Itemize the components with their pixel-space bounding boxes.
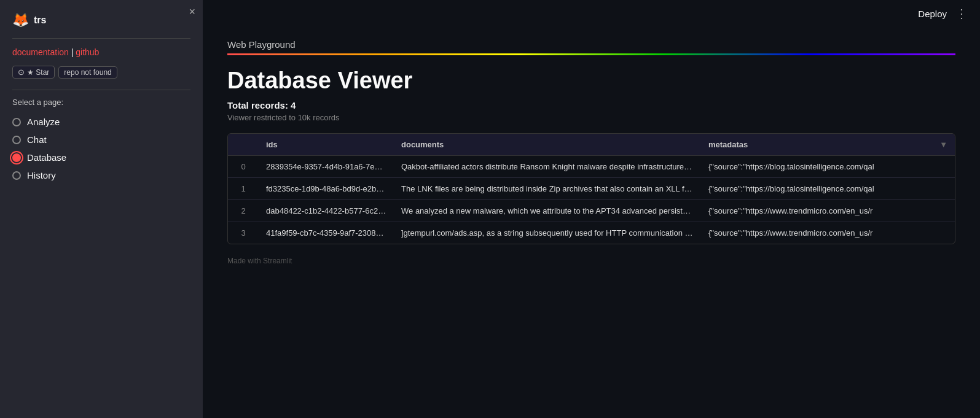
footer: Made with Streamlit (227, 244, 955, 265)
nav-item-analyze[interactable]: Analyze (0, 113, 203, 131)
cell-metadatas: {"source":"https://www.trendmicro.com/en… (701, 200, 955, 222)
cell-metadatas: {"source":"https://www.trendmicro.com/en… (701, 222, 955, 244)
radio-analyze (12, 118, 21, 126)
cell-documents: The LNK files are being distributed insi… (394, 178, 701, 200)
sort-icon: ▼ (939, 140, 947, 149)
sidebar-divider-bottom (12, 90, 190, 90)
cell-metadatas: {"source":"https://blog.talosintelligenc… (701, 178, 955, 200)
sidebar-badge-row: ⊙ ★ Star repo not found (0, 63, 203, 85)
nav-label-history: History (27, 170, 56, 180)
cell-documents: Qakbot-affiliated actors distribute Rans… (394, 156, 701, 178)
radio-database (12, 153, 21, 162)
table-header-row: ids documents metadatas ▼ (228, 134, 955, 156)
streamlit-link[interactable]: Streamlit (263, 257, 292, 265)
cell-index: 0 (228, 156, 259, 178)
page-body: Web Playground Database Viewer Total rec… (203, 27, 980, 418)
rainbow-bar (227, 53, 955, 55)
main-content-area: Deploy ⋮ Web Playground Database Viewer … (203, 0, 980, 418)
col-documents-header: documents (394, 134, 701, 156)
repo-not-found-badge: repo not found (58, 66, 117, 79)
cell-documents: ]gtempurl.com/ads.asp, as a string subse… (394, 222, 701, 244)
nav-label-database: Database (27, 152, 66, 163)
documentation-link[interactable]: documentation (12, 47, 69, 57)
cell-index: 1 (228, 178, 259, 200)
page-title: Web Playground (227, 39, 955, 50)
fox-icon: 🦊 (12, 12, 29, 28)
col-ids-header: ids (259, 134, 394, 156)
db-viewer-heading: Database Viewer (227, 68, 955, 94)
more-options-button[interactable]: ⋮ (955, 6, 968, 21)
table-body: 0 2839354e-9357-4d4b-91a6-7e2a42205ee9 Q… (228, 156, 955, 244)
cell-index: 3 (228, 222, 259, 244)
cell-ids: dab48422-c1b2-4422-b577-6c28d4a991e3 (259, 200, 394, 222)
deploy-button[interactable]: Deploy (918, 9, 947, 19)
nav-label-chat: Chat (27, 134, 47, 145)
cell-ids: 41fa9f59-cb7c-4359-9af7-230885bc653f (259, 222, 394, 244)
col-index-header (228, 134, 259, 156)
table-row[interactable]: 1 fd3235ce-1d9b-48a6-bd9d-e2bb323e3d74 T… (228, 178, 955, 200)
table-row[interactable]: 2 dab48422-c1b2-4422-b577-6c28d4a991e3 W… (228, 200, 955, 222)
sidebar-close-button[interactable]: × (189, 6, 195, 17)
cell-index: 2 (228, 200, 259, 222)
sidebar-section-label: Select a page: (0, 98, 203, 113)
top-bar: Deploy ⋮ (203, 0, 980, 27)
cell-ids: fd3235ce-1d9b-48a6-bd9d-e2bb323e3d74 (259, 178, 394, 200)
github-link[interactable]: github (76, 47, 99, 57)
cell-metadatas: {"source":"https://blog.talosintelligenc… (701, 156, 955, 178)
star-badge[interactable]: ⊙ ★ Star (12, 66, 55, 79)
cell-ids: 2839354e-9357-4d4b-91a6-7e2a42205ee9 (259, 156, 394, 178)
sidebar-logo-area: 🦊 trs (0, 0, 203, 33)
page-title-area: Web Playground (227, 39, 955, 55)
radio-chat (12, 136, 21, 144)
sidebar: × 🦊 trs documentation | github ⊙ ★ Star … (0, 0, 203, 418)
cell-documents: We analyzed a new malware, which we attr… (394, 200, 701, 222)
nav-item-database[interactable]: Database (0, 149, 203, 166)
database-table: ids documents metadatas ▼ 0 2839354e-935… (228, 134, 955, 244)
total-records-label: Total records: 4 (227, 100, 955, 110)
github-icon: ⊙ (18, 68, 25, 77)
nav-item-history[interactable]: History (0, 166, 203, 184)
table-row[interactable]: 3 41fa9f59-cb7c-4359-9af7-230885bc653f ]… (228, 222, 955, 244)
sidebar-divider-top (12, 38, 190, 39)
table-row[interactable]: 0 2839354e-9357-4d4b-91a6-7e2a42205ee9 Q… (228, 156, 955, 178)
database-table-container: ids documents metadatas ▼ 0 2839354e-935… (227, 133, 955, 244)
viewer-restriction-note: Viewer restricted to 10k records (227, 113, 955, 122)
nav-item-chat[interactable]: Chat (0, 131, 203, 149)
sidebar-links: documentation | github (0, 44, 203, 63)
col-metadatas-header[interactable]: metadatas ▼ (701, 134, 955, 156)
radio-history (12, 171, 21, 180)
nav-label-analyze: Analyze (27, 117, 60, 127)
sidebar-app-name: trs (34, 15, 46, 26)
